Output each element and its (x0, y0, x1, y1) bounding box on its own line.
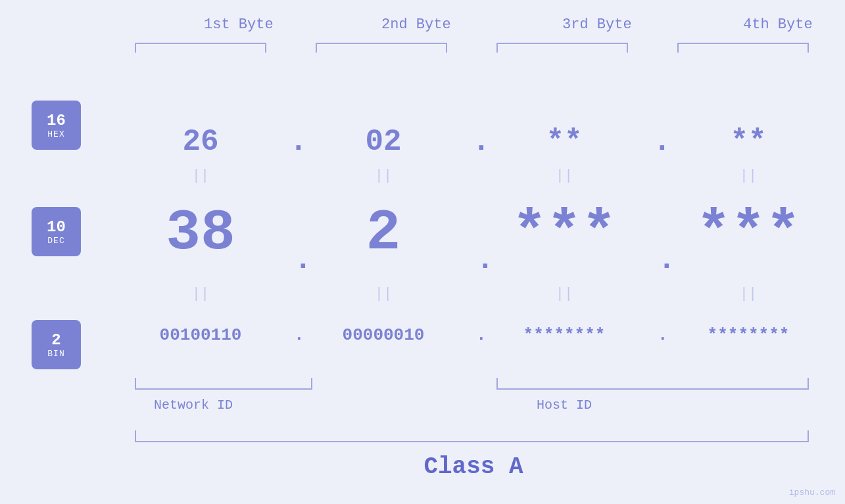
bin-num: 2 (51, 331, 60, 349)
bin-badge: 2 BIN (32, 320, 81, 369)
hex-badge: 16 HEX (32, 101, 81, 150)
hex-num: 16 (47, 112, 66, 129)
byte2-header: 2nd Byte (381, 16, 451, 33)
eq8: || (740, 286, 757, 302)
eq1: || (192, 168, 209, 184)
dec-b2: 2 (366, 200, 401, 265)
dec-dot2: . (476, 243, 495, 277)
bin-b3: ******** (523, 325, 606, 345)
eq6: || (375, 286, 392, 302)
eq4: || (740, 168, 757, 184)
bin-dot1: . (294, 325, 304, 345)
class-bracket (135, 430, 809, 442)
dec-label: DEC (47, 236, 64, 246)
hex-dot1: . (289, 125, 308, 159)
host-id-label: Host ID (537, 398, 592, 413)
dec-dot3: . (658, 243, 676, 277)
hex-b2: 02 (365, 125, 401, 159)
dec-b3: *** (512, 200, 616, 265)
eq2: || (375, 168, 392, 184)
eq5: || (192, 286, 209, 302)
dec-dot1: . (294, 243, 312, 277)
bin-b2: 00000010 (343, 325, 425, 345)
bin-label: BIN (47, 349, 64, 359)
bin-dot2: . (476, 325, 487, 345)
byte4-bracket (677, 43, 809, 53)
dec-b1: 38 (166, 200, 235, 265)
hex-b1: 26 (182, 125, 218, 159)
hex-b4: ** (730, 125, 766, 159)
eq3: || (556, 168, 573, 184)
byte3-header: 3rd Byte (562, 16, 632, 33)
class-label: Class A (423, 453, 523, 480)
byte1-bracket (135, 43, 266, 53)
byte2-bracket (316, 43, 447, 53)
watermark: ipshu.com (789, 488, 835, 497)
hex-label: HEX (47, 129, 64, 139)
hex-b3: ** (546, 125, 582, 159)
bin-b4: ******** (708, 325, 790, 345)
network-id-label: Network ID (154, 398, 233, 413)
eq7: || (556, 286, 573, 302)
hex-dot2: . (472, 125, 491, 159)
byte4-header: 4th Byte (743, 16, 813, 33)
dec-b4: *** (696, 200, 800, 265)
byte3-bracket (496, 43, 628, 53)
hex-dot3: . (653, 125, 671, 159)
dec-num: 10 (47, 218, 66, 236)
network-id-bracket (135, 378, 312, 390)
bin-dot3: . (658, 325, 668, 345)
host-id-bracket (496, 378, 809, 390)
dec-badge: 10 DEC (32, 207, 81, 256)
main-layout: 1st Byte 2nd Byte 3rd Byte 4th Byte 16 H… (0, 0, 845, 504)
bin-b1: 00100110 (160, 325, 242, 345)
byte1-header: 1st Byte (204, 16, 274, 33)
